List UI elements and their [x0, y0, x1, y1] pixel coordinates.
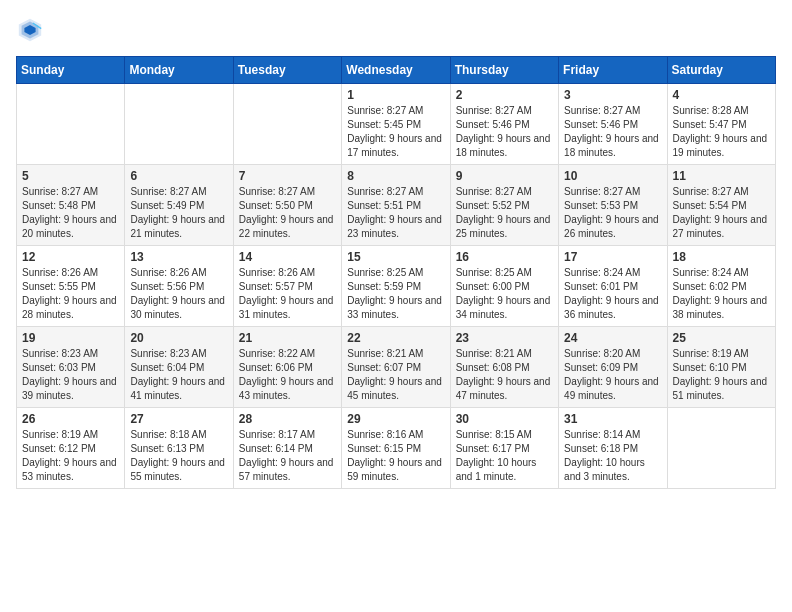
calendar-cell: 4Sunrise: 8:28 AM Sunset: 5:47 PM Daylig… — [667, 84, 775, 165]
calendar-cell: 20Sunrise: 8:23 AM Sunset: 6:04 PM Dayli… — [125, 327, 233, 408]
day-info: Sunrise: 8:25 AM Sunset: 5:59 PM Dayligh… — [347, 266, 444, 322]
calendar-cell — [17, 84, 125, 165]
day-number: 26 — [22, 412, 119, 426]
day-number: 7 — [239, 169, 336, 183]
day-info: Sunrise: 8:19 AM Sunset: 6:10 PM Dayligh… — [673, 347, 770, 403]
weekday-header-wednesday: Wednesday — [342, 57, 450, 84]
day-info: Sunrise: 8:27 AM Sunset: 5:52 PM Dayligh… — [456, 185, 553, 241]
logo — [16, 16, 48, 44]
day-info: Sunrise: 8:27 AM Sunset: 5:54 PM Dayligh… — [673, 185, 770, 241]
day-info: Sunrise: 8:22 AM Sunset: 6:06 PM Dayligh… — [239, 347, 336, 403]
calendar-cell: 16Sunrise: 8:25 AM Sunset: 6:00 PM Dayli… — [450, 246, 558, 327]
week-row-2: 5Sunrise: 8:27 AM Sunset: 5:48 PM Daylig… — [17, 165, 776, 246]
weekday-header-row: SundayMondayTuesdayWednesdayThursdayFrid… — [17, 57, 776, 84]
day-info: Sunrise: 8:21 AM Sunset: 6:07 PM Dayligh… — [347, 347, 444, 403]
day-info: Sunrise: 8:24 AM Sunset: 6:02 PM Dayligh… — [673, 266, 770, 322]
day-number: 9 — [456, 169, 553, 183]
day-number: 24 — [564, 331, 661, 345]
day-info: Sunrise: 8:20 AM Sunset: 6:09 PM Dayligh… — [564, 347, 661, 403]
calendar-cell: 11Sunrise: 8:27 AM Sunset: 5:54 PM Dayli… — [667, 165, 775, 246]
day-number: 31 — [564, 412, 661, 426]
calendar-cell: 24Sunrise: 8:20 AM Sunset: 6:09 PM Dayli… — [559, 327, 667, 408]
day-info: Sunrise: 8:15 AM Sunset: 6:17 PM Dayligh… — [456, 428, 553, 484]
day-number: 23 — [456, 331, 553, 345]
day-number: 21 — [239, 331, 336, 345]
calendar-cell: 17Sunrise: 8:24 AM Sunset: 6:01 PM Dayli… — [559, 246, 667, 327]
day-number: 29 — [347, 412, 444, 426]
day-number: 18 — [673, 250, 770, 264]
day-number: 25 — [673, 331, 770, 345]
week-row-5: 26Sunrise: 8:19 AM Sunset: 6:12 PM Dayli… — [17, 408, 776, 489]
day-number: 30 — [456, 412, 553, 426]
day-info: Sunrise: 8:19 AM Sunset: 6:12 PM Dayligh… — [22, 428, 119, 484]
day-number: 10 — [564, 169, 661, 183]
day-info: Sunrise: 8:27 AM Sunset: 5:45 PM Dayligh… — [347, 104, 444, 160]
day-number: 22 — [347, 331, 444, 345]
day-info: Sunrise: 8:21 AM Sunset: 6:08 PM Dayligh… — [456, 347, 553, 403]
day-info: Sunrise: 8:26 AM Sunset: 5:56 PM Dayligh… — [130, 266, 227, 322]
day-number: 4 — [673, 88, 770, 102]
calendar-cell: 29Sunrise: 8:16 AM Sunset: 6:15 PM Dayli… — [342, 408, 450, 489]
weekday-header-monday: Monday — [125, 57, 233, 84]
day-info: Sunrise: 8:26 AM Sunset: 5:55 PM Dayligh… — [22, 266, 119, 322]
calendar-cell: 1Sunrise: 8:27 AM Sunset: 5:45 PM Daylig… — [342, 84, 450, 165]
day-info: Sunrise: 8:16 AM Sunset: 6:15 PM Dayligh… — [347, 428, 444, 484]
calendar-cell: 19Sunrise: 8:23 AM Sunset: 6:03 PM Dayli… — [17, 327, 125, 408]
calendar-cell — [125, 84, 233, 165]
calendar-cell — [667, 408, 775, 489]
day-number: 28 — [239, 412, 336, 426]
day-info: Sunrise: 8:18 AM Sunset: 6:13 PM Dayligh… — [130, 428, 227, 484]
calendar-cell: 7Sunrise: 8:27 AM Sunset: 5:50 PM Daylig… — [233, 165, 341, 246]
day-number: 12 — [22, 250, 119, 264]
calendar-cell: 10Sunrise: 8:27 AM Sunset: 5:53 PM Dayli… — [559, 165, 667, 246]
day-info: Sunrise: 8:14 AM Sunset: 6:18 PM Dayligh… — [564, 428, 661, 484]
day-number: 16 — [456, 250, 553, 264]
day-info: Sunrise: 8:28 AM Sunset: 5:47 PM Dayligh… — [673, 104, 770, 160]
day-number: 13 — [130, 250, 227, 264]
day-number: 27 — [130, 412, 227, 426]
day-info: Sunrise: 8:23 AM Sunset: 6:03 PM Dayligh… — [22, 347, 119, 403]
day-number: 11 — [673, 169, 770, 183]
weekday-header-sunday: Sunday — [17, 57, 125, 84]
weekday-header-friday: Friday — [559, 57, 667, 84]
calendar-cell: 26Sunrise: 8:19 AM Sunset: 6:12 PM Dayli… — [17, 408, 125, 489]
day-info: Sunrise: 8:27 AM Sunset: 5:49 PM Dayligh… — [130, 185, 227, 241]
calendar-cell: 12Sunrise: 8:26 AM Sunset: 5:55 PM Dayli… — [17, 246, 125, 327]
day-info: Sunrise: 8:25 AM Sunset: 6:00 PM Dayligh… — [456, 266, 553, 322]
calendar-cell: 18Sunrise: 8:24 AM Sunset: 6:02 PM Dayli… — [667, 246, 775, 327]
logo-icon — [16, 16, 44, 44]
calendar-cell: 6Sunrise: 8:27 AM Sunset: 5:49 PM Daylig… — [125, 165, 233, 246]
week-row-3: 12Sunrise: 8:26 AM Sunset: 5:55 PM Dayli… — [17, 246, 776, 327]
day-info: Sunrise: 8:27 AM Sunset: 5:48 PM Dayligh… — [22, 185, 119, 241]
week-row-1: 1Sunrise: 8:27 AM Sunset: 5:45 PM Daylig… — [17, 84, 776, 165]
day-info: Sunrise: 8:24 AM Sunset: 6:01 PM Dayligh… — [564, 266, 661, 322]
weekday-header-thursday: Thursday — [450, 57, 558, 84]
day-number: 6 — [130, 169, 227, 183]
day-info: Sunrise: 8:26 AM Sunset: 5:57 PM Dayligh… — [239, 266, 336, 322]
calendar-cell: 9Sunrise: 8:27 AM Sunset: 5:52 PM Daylig… — [450, 165, 558, 246]
calendar-cell: 5Sunrise: 8:27 AM Sunset: 5:48 PM Daylig… — [17, 165, 125, 246]
weekday-header-tuesday: Tuesday — [233, 57, 341, 84]
calendar-cell: 8Sunrise: 8:27 AM Sunset: 5:51 PM Daylig… — [342, 165, 450, 246]
day-info: Sunrise: 8:27 AM Sunset: 5:50 PM Dayligh… — [239, 185, 336, 241]
day-number: 14 — [239, 250, 336, 264]
day-number: 8 — [347, 169, 444, 183]
calendar-cell: 14Sunrise: 8:26 AM Sunset: 5:57 PM Dayli… — [233, 246, 341, 327]
calendar-cell: 21Sunrise: 8:22 AM Sunset: 6:06 PM Dayli… — [233, 327, 341, 408]
day-info: Sunrise: 8:27 AM Sunset: 5:46 PM Dayligh… — [564, 104, 661, 160]
calendar-cell: 3Sunrise: 8:27 AM Sunset: 5:46 PM Daylig… — [559, 84, 667, 165]
calendar-cell — [233, 84, 341, 165]
calendar-cell: 27Sunrise: 8:18 AM Sunset: 6:13 PM Dayli… — [125, 408, 233, 489]
calendar-cell: 13Sunrise: 8:26 AM Sunset: 5:56 PM Dayli… — [125, 246, 233, 327]
page-header — [16, 16, 776, 44]
calendar-cell: 2Sunrise: 8:27 AM Sunset: 5:46 PM Daylig… — [450, 84, 558, 165]
day-number: 20 — [130, 331, 227, 345]
week-row-4: 19Sunrise: 8:23 AM Sunset: 6:03 PM Dayli… — [17, 327, 776, 408]
calendar-cell: 23Sunrise: 8:21 AM Sunset: 6:08 PM Dayli… — [450, 327, 558, 408]
day-number: 2 — [456, 88, 553, 102]
calendar-cell: 15Sunrise: 8:25 AM Sunset: 5:59 PM Dayli… — [342, 246, 450, 327]
calendar-cell: 31Sunrise: 8:14 AM Sunset: 6:18 PM Dayli… — [559, 408, 667, 489]
day-info: Sunrise: 8:17 AM Sunset: 6:14 PM Dayligh… — [239, 428, 336, 484]
day-number: 1 — [347, 88, 444, 102]
day-info: Sunrise: 8:27 AM Sunset: 5:51 PM Dayligh… — [347, 185, 444, 241]
